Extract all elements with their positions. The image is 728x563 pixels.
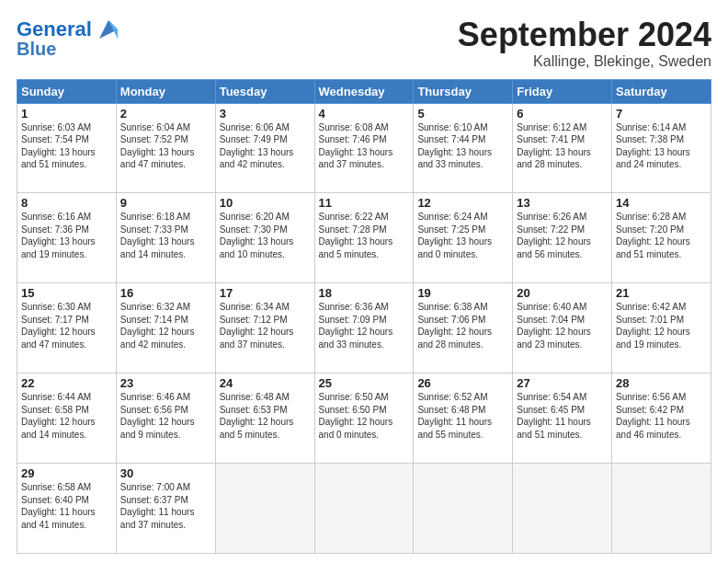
table-row: 4Sunrise: 6:08 AM Sunset: 7:46 PM Daylig… [314,103,414,193]
day-number: 30 [120,466,211,480]
day-info: Sunrise: 6:26 AM Sunset: 7:22 PM Dayligh… [517,211,608,260]
page: General Blue September 2024 Kallinge, Bl… [0,0,728,563]
day-number: 27 [517,376,608,390]
day-number: 14 [616,196,707,210]
day-info: Sunrise: 6:12 AM Sunset: 7:41 PM Dayligh… [517,121,608,171]
table-row: 17Sunrise: 6:34 AM Sunset: 7:12 PM Dayli… [215,283,314,373]
day-number: 11 [319,196,410,210]
table-row: 13Sunrise: 6:26 AM Sunset: 7:22 PM Dayli… [513,193,612,283]
table-row: 2Sunrise: 6:04 AM Sunset: 7:52 PM Daylig… [116,103,215,193]
table-row: 27Sunrise: 6:54 AM Sunset: 6:45 PM Dayli… [513,373,612,464]
day-number: 10 [220,196,311,210]
table-row: 12Sunrise: 6:24 AM Sunset: 7:25 PM Dayli… [414,193,513,283]
day-number: 18 [319,286,410,300]
day-info: Sunrise: 6:06 AM Sunset: 7:49 PM Dayligh… [220,121,311,171]
title-block: September 2024 Kallinge, Blekinge, Swede… [458,17,711,70]
table-row: 23Sunrise: 6:46 AM Sunset: 6:56 PM Dayli… [116,373,215,464]
day-info: Sunrise: 6:46 AM Sunset: 6:56 PM Dayligh… [120,391,211,441]
day-info: Sunrise: 6:20 AM Sunset: 7:30 PM Dayligh… [220,211,311,260]
table-row: 28Sunrise: 6:56 AM Sunset: 6:42 PM Dayli… [612,373,711,464]
day-info: Sunrise: 6:03 AM Sunset: 7:54 PM Dayligh… [21,121,112,171]
table-row: 3Sunrise: 6:06 AM Sunset: 7:49 PM Daylig… [215,103,314,193]
day-number: 22 [21,376,112,390]
calendar-table: Sunday Monday Tuesday Wednesday Thursday… [17,79,711,554]
header: General Blue September 2024 Kallinge, Bl… [17,17,711,70]
table-row: 18Sunrise: 6:36 AM Sunset: 7:09 PM Dayli… [314,283,414,373]
day-info: Sunrise: 6:58 AM Sunset: 6:40 PM Dayligh… [21,481,112,531]
month-title: September 2024 [458,17,711,53]
day-info: Sunrise: 6:14 AM Sunset: 7:38 PM Dayligh… [616,121,707,171]
day-number: 4 [319,107,410,121]
table-row: 16Sunrise: 6:32 AM Sunset: 7:14 PM Dayli… [116,283,215,373]
day-number: 9 [120,196,211,210]
table-row: 26Sunrise: 6:52 AM Sunset: 6:48 PM Dayli… [414,373,513,464]
day-info: Sunrise: 6:50 AM Sunset: 6:50 PM Dayligh… [319,391,410,441]
day-number: 6 [517,107,608,121]
calendar-header-row: Sunday Monday Tuesday Wednesday Thursday… [17,79,711,103]
day-number: 25 [319,376,410,390]
day-number: 16 [120,286,211,300]
calendar-week-row: 8Sunrise: 6:16 AM Sunset: 7:36 PM Daylig… [17,193,711,283]
day-number: 19 [417,286,508,300]
day-info: Sunrise: 6:42 AM Sunset: 7:01 PM Dayligh… [616,301,707,350]
day-info: Sunrise: 7:00 AM Sunset: 6:37 PM Dayligh… [120,481,211,531]
logo-text: General [17,18,92,40]
day-number: 12 [417,196,508,210]
day-info: Sunrise: 6:28 AM Sunset: 7:20 PM Dayligh… [616,211,707,260]
table-row: 19Sunrise: 6:38 AM Sunset: 7:06 PM Dayli… [414,283,513,373]
table-row: 5Sunrise: 6:10 AM Sunset: 7:44 PM Daylig… [414,103,513,193]
day-info: Sunrise: 6:56 AM Sunset: 6:42 PM Dayligh… [616,391,707,441]
col-sunday: Sunday [17,79,117,103]
day-number: 1 [21,107,112,121]
table-row: 14Sunrise: 6:28 AM Sunset: 7:20 PM Dayli… [612,193,711,283]
day-info: Sunrise: 6:36 AM Sunset: 7:09 PM Dayligh… [319,301,410,350]
col-saturday: Saturday [612,79,711,103]
col-wednesday: Wednesday [314,79,414,103]
day-info: Sunrise: 6:44 AM Sunset: 6:58 PM Dayligh… [21,391,112,441]
day-number: 3 [220,107,311,121]
calendar-week-row: 1Sunrise: 6:03 AM Sunset: 7:54 PM Daylig… [17,103,711,193]
table-row: 24Sunrise: 6:48 AM Sunset: 6:53 PM Dayli… [215,373,314,464]
calendar-week-row: 22Sunrise: 6:44 AM Sunset: 6:58 PM Dayli… [17,373,711,464]
day-number: 28 [616,376,707,390]
day-info: Sunrise: 6:18 AM Sunset: 7:33 PM Dayligh… [120,211,211,260]
day-number: 15 [21,286,112,300]
table-row: 30Sunrise: 7:00 AM Sunset: 6:37 PM Dayli… [116,464,215,554]
table-row: 9Sunrise: 6:18 AM Sunset: 7:33 PM Daylig… [116,193,215,283]
day-info: Sunrise: 6:32 AM Sunset: 7:14 PM Dayligh… [120,301,211,350]
day-info: Sunrise: 6:24 AM Sunset: 7:25 PM Dayligh… [417,211,508,260]
day-info: Sunrise: 6:04 AM Sunset: 7:52 PM Dayligh… [120,121,211,171]
day-info: Sunrise: 6:22 AM Sunset: 7:28 PM Dayligh… [319,211,410,260]
table-row [215,464,314,554]
day-number: 17 [220,286,311,300]
day-info: Sunrise: 6:16 AM Sunset: 7:36 PM Dayligh… [21,211,112,260]
day-number: 20 [517,286,608,300]
day-number: 2 [120,107,211,121]
col-tuesday: Tuesday [215,79,314,103]
day-info: Sunrise: 6:30 AM Sunset: 7:17 PM Dayligh… [21,301,112,350]
table-row [513,464,612,554]
day-number: 29 [21,466,112,480]
table-row: 6Sunrise: 6:12 AM Sunset: 7:41 PM Daylig… [513,103,612,193]
table-row: 10Sunrise: 6:20 AM Sunset: 7:30 PM Dayli… [215,193,314,283]
table-row: 21Sunrise: 6:42 AM Sunset: 7:01 PM Dayli… [612,283,711,373]
table-row: 8Sunrise: 6:16 AM Sunset: 7:36 PM Daylig… [17,193,117,283]
col-monday: Monday [116,79,215,103]
logo-line2: Blue [17,39,56,59]
day-info: Sunrise: 6:40 AM Sunset: 7:04 PM Dayligh… [517,301,608,350]
day-number: 23 [120,376,211,390]
table-row [414,464,513,554]
logo-icon [92,17,121,42]
col-thursday: Thursday [414,79,513,103]
table-row [314,464,414,554]
table-row: 11Sunrise: 6:22 AM Sunset: 7:28 PM Dayli… [314,193,414,283]
day-info: Sunrise: 6:38 AM Sunset: 7:06 PM Dayligh… [417,301,508,350]
day-info: Sunrise: 6:08 AM Sunset: 7:46 PM Dayligh… [319,121,410,171]
table-row: 22Sunrise: 6:44 AM Sunset: 6:58 PM Dayli… [17,373,117,464]
logo: General Blue [17,17,121,59]
table-row [612,464,711,554]
table-row: 7Sunrise: 6:14 AM Sunset: 7:38 PM Daylig… [612,103,711,193]
day-number: 24 [220,376,311,390]
day-number: 5 [417,107,508,121]
day-info: Sunrise: 6:34 AM Sunset: 7:12 PM Dayligh… [220,301,311,350]
